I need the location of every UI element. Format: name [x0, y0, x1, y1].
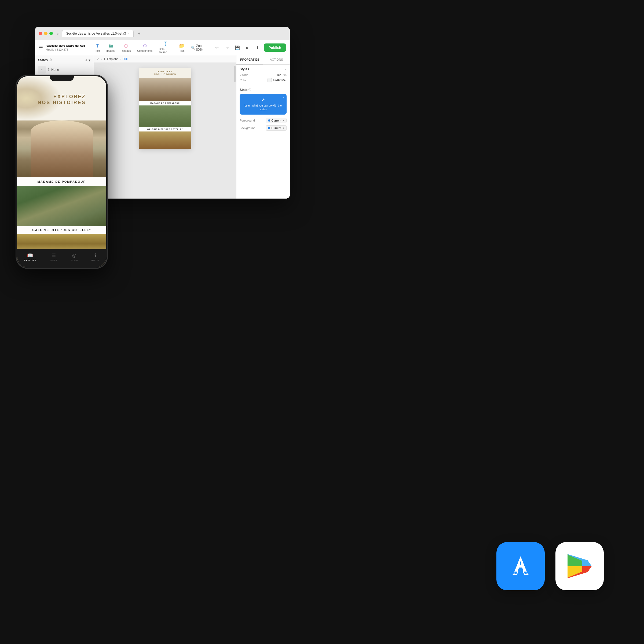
background-chevron: ▾: [283, 127, 284, 129]
tool-components[interactable]: ⚙ Components: [134, 42, 155, 53]
styles-title: Styles: [240, 67, 249, 71]
tool-files[interactable]: 📁 Files: [176, 42, 187, 53]
home-icon[interactable]: ⌂: [57, 31, 59, 36]
phone-gallery-image: [17, 186, 106, 226]
background-select[interactable]: Current ▾: [266, 125, 287, 131]
explore-label: EXPLORE: [24, 259, 36, 262]
tool-images-label: Images: [107, 49, 115, 52]
infos-icon: ℹ: [94, 253, 96, 258]
zoom-control[interactable]: 🔍 Zoom 80%: [188, 43, 213, 53]
publish-button[interactable]: Publish: [264, 43, 286, 52]
visible-yes[interactable]: Yes: [276, 73, 281, 76]
save-button[interactable]: 💾: [233, 44, 241, 52]
visible-values: Yes No: [276, 73, 287, 76]
states-info-icon: ⓘ: [49, 58, 52, 62]
tab-close-icon[interactable]: ×: [128, 32, 130, 35]
zoom-icon: 🔍: [191, 46, 195, 50]
visible-no[interactable]: No: [283, 73, 287, 76]
tool-text[interactable]: T Text: [92, 42, 103, 53]
tab-properties[interactable]: PROPERTIES: [236, 55, 263, 64]
states-title: States ⓘ: [38, 58, 52, 62]
new-tab-icon[interactable]: +: [138, 31, 140, 36]
files-icon: 📁: [179, 43, 185, 49]
app-sub: Mobile / 812×375: [46, 48, 88, 51]
nav-item-liste[interactable]: ☰ LISTE: [50, 253, 57, 262]
color-clear-icon[interactable]: ×: [285, 79, 287, 82]
mobile-preview: EXPLOREZ NOS HISTOIRES MADAME DE POMPADO…: [139, 68, 191, 149]
phone-hero-text: EXPLOREZ NOS HISTOIRES: [32, 89, 91, 111]
preview-gallery-image: [139, 105, 191, 127]
datasource-icon: 🗄: [163, 42, 168, 47]
foreground-value: Current: [271, 119, 281, 122]
properties-panel: PROPERTIES ACTIONS Styles ∨ Visible Yes …: [236, 55, 290, 199]
preview-door-image: [139, 131, 191, 149]
state-section: State ⓘ × ↗ Learn what you can do with t…: [236, 85, 290, 136]
panel-tabs: PROPERTIES ACTIONS: [236, 55, 290, 65]
breadcrumb: ⌂ › 1. Explore › Full: [94, 55, 236, 63]
state-item-none[interactable]: ✕ 1. None: [35, 64, 94, 75]
undo-button[interactable]: ↩: [213, 44, 221, 52]
plan-label: PLAN: [71, 259, 78, 262]
preview-portrait-image: [139, 78, 191, 101]
play-store-logo: [566, 553, 593, 580]
foreground-select[interactable]: Current ▾: [266, 118, 287, 123]
nav-item-explore[interactable]: 📖 EXPLORE: [24, 253, 36, 262]
minimize-button[interactable]: [44, 32, 47, 35]
infos-label: INFOS: [92, 259, 100, 262]
background-label: Background: [240, 126, 255, 130]
tool-shapes[interactable]: ⬡ Shapes: [119, 42, 133, 53]
color-value: #F4F5F5: [273, 79, 285, 82]
nav-item-plan[interactable]: ◎ PLAN: [71, 253, 78, 262]
browser-tab[interactable]: Société des amis de Versailles v1.0-beta…: [62, 30, 134, 37]
plan-icon: ◎: [72, 253, 76, 258]
tool-datasource-label: Data source: [159, 48, 172, 54]
tooltip-close-icon[interactable]: ×: [283, 96, 284, 99]
nav-item-infos[interactable]: ℹ INFOS: [92, 253, 100, 262]
phone-hero: EXPLOREZ NOS HISTOIRES: [17, 76, 106, 120]
state-tooltip: × ↗ Learn what you can do with the state…: [240, 94, 287, 115]
phone-caption1: MADAME DE POMPADOUR: [21, 180, 103, 183]
state-section-title: State: [240, 88, 247, 92]
foreground-row: Foreground Current ▾: [240, 118, 287, 123]
add-state-button[interactable]: +: [85, 58, 87, 62]
states-chevron-button[interactable]: ▾: [89, 58, 90, 62]
preview-button[interactable]: ▶: [243, 44, 251, 52]
breadcrumb-step1[interactable]: 1. Explore: [104, 57, 118, 61]
visible-row: Visible Yes No: [240, 73, 287, 76]
zoom-label: Zoom 80%: [196, 44, 210, 52]
appstore-logo: [508, 554, 533, 578]
home-breadcrumb[interactable]: ⌂: [97, 57, 99, 61]
tool-images[interactable]: 🏔 Images: [104, 42, 118, 53]
canvas-area: ⌂ › 1. Explore › Full EXPLOREZ NOS HISTO…: [94, 55, 236, 199]
background-value: Current: [271, 126, 281, 130]
close-button[interactable]: [39, 32, 42, 35]
traffic-lights: [39, 32, 53, 35]
app-name: Société des amis de Ver...: [46, 44, 88, 48]
phone-overlay: EXPLOREZ NOS HISTOIRES MADAME DE POMPADO…: [16, 75, 107, 268]
app-store-icon[interactable]: [496, 542, 545, 590]
state-section-header: State ⓘ: [240, 88, 287, 92]
share-button[interactable]: ⬆: [254, 44, 262, 52]
play-store-icon[interactable]: [555, 542, 604, 590]
canvas-scrollbar[interactable]: [234, 66, 236, 82]
tooltip-link-icon: ↗: [243, 97, 283, 102]
tab-actions[interactable]: ACTIONS: [263, 55, 290, 64]
foreground-dot: [268, 119, 270, 122]
editor-toolbar: ☰ Société des amis de Ver... Mobile / 81…: [35, 40, 290, 55]
liste-icon: ☰: [52, 253, 56, 258]
breadcrumb-step2[interactable]: Full: [122, 57, 127, 61]
styles-chevron[interactable]: ∨: [284, 68, 287, 71]
styles-section: Styles ∨ Visible Yes No Color #F4F5F5: [236, 65, 290, 85]
tool-files-label: Files: [179, 49, 184, 52]
hamburger-icon[interactable]: ☰: [39, 45, 43, 51]
breadcrumb-sep1: ›: [101, 57, 102, 61]
color-preview: [268, 78, 272, 82]
tab-title: Société des amis de Versailles v1.0-beta…: [66, 32, 126, 35]
tool-datasource[interactable]: 🗄 Data source: [156, 41, 175, 55]
color-display[interactable]: #F4F5F5 ×: [268, 78, 287, 82]
preview-title: EXPLOREZ NOS HISTOIRES: [142, 70, 189, 76]
maximize-button[interactable]: [49, 32, 53, 35]
background-row: Background Current ▾: [240, 125, 287, 131]
state-none-label: 1. None: [48, 68, 59, 72]
redo-button[interactable]: ↪: [223, 44, 231, 52]
